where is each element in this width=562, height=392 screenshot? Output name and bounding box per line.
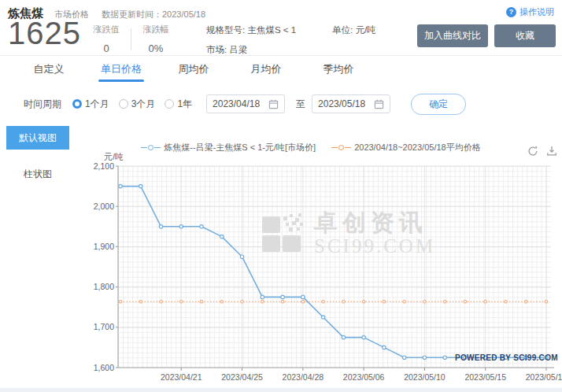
data-point[interactable]: [200, 225, 203, 228]
tab-weekly-avg[interactable]: 周均价: [157, 56, 230, 82]
tab-custom[interactable]: 自定义: [13, 56, 85, 82]
radio-period-1m[interactable]: 1个月: [72, 98, 109, 111]
average-point-marker: [505, 300, 508, 303]
data-point[interactable]: [484, 356, 487, 359]
spec-label: 规格型号: 主焦煤S < 1: [206, 24, 332, 36]
current-price: 1625: [8, 16, 81, 51]
data-point[interactable]: [179, 225, 183, 228]
date-to-input[interactable]: 2023/05/18: [312, 94, 390, 113]
y-tick-label: 2,100: [94, 161, 114, 171]
price-detail-page: 炼焦煤 市场价格 数据更新时间：2023/05/18 ? 操作说明 1625 涨…: [0, 0, 562, 392]
help-link[interactable]: ? 操作说明: [506, 6, 554, 18]
radio-period-1y-circle-icon: [165, 99, 174, 109]
average-point-marker: [403, 300, 406, 303]
data-point[interactable]: [383, 346, 386, 349]
date-to-value: 2023/05/18: [318, 98, 365, 109]
average-point-marker: [464, 300, 467, 303]
average-point-marker: [342, 300, 346, 303]
tab-daily-price[interactable]: 单日价格: [85, 56, 157, 82]
sidebar-item-bar-chart-view[interactable]: 柱状图: [6, 162, 69, 186]
chart-toolbar: [527, 146, 557, 157]
radio-period-1y[interactable]: 1年: [165, 98, 192, 111]
refresh-icon[interactable]: [527, 146, 538, 157]
sidebar-item-default-view[interactable]: 默认视图: [6, 126, 69, 150]
average-point-marker: [281, 300, 284, 303]
x-tick-label: 2023/05/18: [526, 372, 562, 382]
average-point-marker: [545, 300, 548, 303]
average-point-marker: [484, 300, 487, 303]
page-bottom-strip: [0, 388, 562, 392]
radio-period-1m-label: 1个月: [85, 98, 109, 111]
data-point[interactable]: [504, 356, 507, 359]
tab-quarterly-avg[interactable]: 季均价: [302, 56, 375, 82]
legend-series-average-label: 2023/04/18~2023/05/18平均价格: [354, 142, 481, 153]
legend-series-average[interactable]: 2023/04/18~2023/05/18平均价格: [331, 142, 481, 153]
date-from-input[interactable]: 2023/04/18: [206, 94, 285, 113]
divider: [131, 28, 131, 50]
average-point-marker: [443, 300, 446, 303]
confirm-button[interactable]: 确定: [411, 94, 466, 115]
average-point-marker: [241, 300, 244, 303]
average-point-marker: [179, 300, 183, 303]
y-tick-label: 1,700: [94, 322, 114, 331]
data-point[interactable]: [220, 235, 224, 238]
data-point[interactable]: [524, 356, 527, 359]
radio-period-3m-label: 3个月: [131, 98, 156, 111]
plot-area[interactable]: [118, 166, 551, 368]
unit-label: 单位: 元/吨: [332, 24, 376, 36]
legend-series-price-label: 炼焦煤--吕梁-主焦煤S < 1-元/吨[市场价]: [164, 142, 316, 153]
add-to-curve-compare-button[interactable]: 加入曲线对比: [417, 24, 488, 47]
spec-block: 规格型号: 主焦煤S < 1 单位: 元/吨 市场: 吕梁: [206, 24, 376, 56]
data-point[interactable]: [119, 184, 122, 187]
x-tick-label: 2023/04/28: [283, 372, 324, 382]
average-point-marker: [220, 300, 224, 303]
chart-legend: 炼焦煤--吕梁-主焦煤S < 1-元/吨[市场价]2023/04/18~2023…: [102, 142, 519, 153]
data-point[interactable]: [301, 295, 305, 298]
calendar-icon: [268, 99, 279, 109]
average-point-marker: [119, 300, 122, 303]
data-point[interactable]: [423, 356, 426, 359]
question-circle-icon: ?: [506, 7, 516, 17]
average-point-marker: [362, 300, 365, 303]
average-point-marker: [261, 300, 264, 303]
y-tick-label: 1,600: [94, 363, 114, 372]
data-point[interactable]: [159, 225, 162, 228]
x-tick-label: 2023/04/21: [161, 372, 202, 382]
to-label: 至: [296, 98, 305, 111]
change-pct: 0%: [138, 43, 174, 54]
filter-bar: 时间周期 1个月3个月1年 2023/04/18 至 2023/05/18 确定: [0, 88, 562, 120]
radio-period-3m[interactable]: 3个月: [119, 98, 156, 111]
x-tick-label: 2023/05/06: [343, 372, 385, 382]
period-label: 时间周期: [24, 98, 61, 111]
download-icon[interactable]: [546, 146, 557, 157]
data-point[interactable]: [240, 255, 243, 258]
average-point-marker: [301, 300, 305, 303]
data-point[interactable]: [261, 295, 264, 298]
y-tick-label: 2,000: [94, 202, 114, 211]
legend-series-price[interactable]: 炼焦煤--吕梁-主焦煤S < 1-元/吨[市场价]: [141, 142, 316, 153]
data-point[interactable]: [443, 356, 446, 359]
data-point[interactable]: [402, 356, 405, 359]
data-point[interactable]: [362, 335, 365, 338]
average-point-marker: [383, 300, 386, 303]
data-point[interactable]: [281, 295, 284, 298]
help-link-label: 操作说明: [519, 6, 554, 18]
average-point-marker: [139, 300, 142, 303]
tab-monthly-avg[interactable]: 月均价: [230, 56, 302, 82]
data-point[interactable]: [545, 356, 548, 359]
radio-period-1m-circle-icon: [72, 99, 82, 109]
y-tick-label: 1,900: [94, 242, 114, 251]
data-point[interactable]: [321, 316, 324, 319]
header-buttons: 加入曲线对比 收藏: [417, 24, 556, 47]
data-point[interactable]: [464, 356, 467, 359]
data-point[interactable]: [342, 335, 345, 338]
favorite-button[interactable]: 收藏: [494, 24, 556, 47]
average-point-marker: [160, 300, 163, 303]
period-radio-group: 1个月3个月1年: [72, 98, 202, 111]
legend-series-average-marker-icon: [331, 145, 351, 150]
calendar-icon: [374, 99, 384, 109]
radio-period-1y-label: 1年: [177, 98, 192, 111]
price-chart[interactable]: 2023/04/212023/04/252023/04/282023/05/06…: [102, 157, 562, 387]
change-block: 涨跌值 0 涨跌幅 0%: [88, 24, 174, 54]
data-point[interactable]: [139, 184, 142, 187]
